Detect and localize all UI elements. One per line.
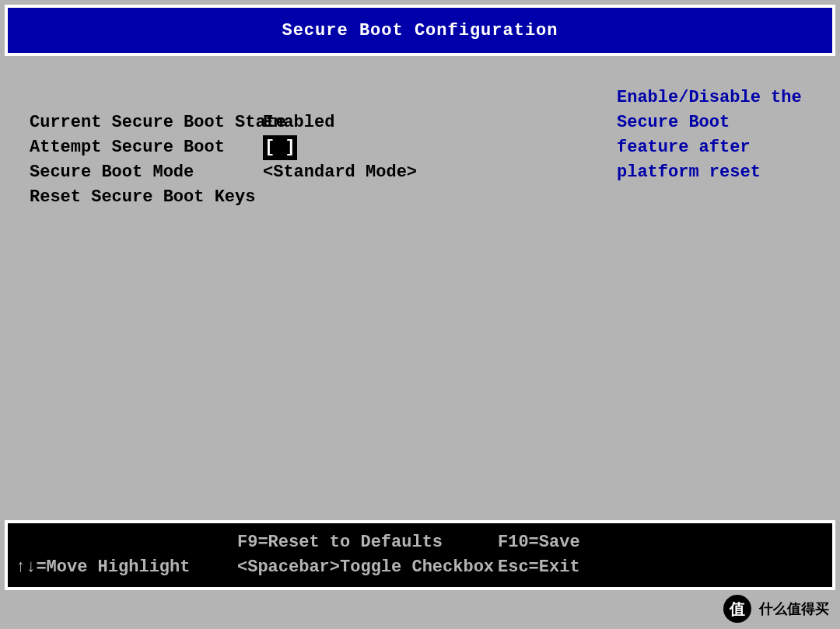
help-text: Enable/Disable the Secure Boot feature a… <box>523 86 810 185</box>
checkbox-attempt-secure-boot[interactable]: [ ] <box>263 135 297 160</box>
footer-hint-move: ↑↓=Move Highlight <box>16 555 237 580</box>
watermark-text: 什么值得买 <box>759 599 829 618</box>
footer-hint-esc: Esc=Exit <box>498 555 824 580</box>
footer-help: F9=Reset to Defaults F10=Save ↑↓=Move Hi… <box>8 523 832 587</box>
page-title: Secure Boot Configuration <box>282 21 558 40</box>
footer-cell-empty <box>16 530 237 555</box>
footer-hint-f10: F10=Save <box>498 530 824 555</box>
footer-panel: F9=Reset to Defaults F10=Save ↑↓=Move Hi… <box>5 520 835 590</box>
watermark: 值 什么值得买 <box>723 595 829 623</box>
config-label-mode[interactable]: Secure Boot Mode <box>30 160 259 185</box>
footer-hint-spacebar: <Spacebar>Toggle Checkbox <box>237 555 498 580</box>
config-label-reset-keys[interactable]: Reset Secure Boot Keys <box>30 185 259 210</box>
config-value-attempt[interactable]: [ ] <box>263 135 520 160</box>
config-value-current-state: Enabled <box>263 110 520 135</box>
config-value-mode[interactable]: <Standard Mode> <box>263 160 520 185</box>
footer-hint-f9: F9=Reset to Defaults <box>237 530 498 555</box>
config-grid: Current Secure Boot State Enabled Enable… <box>30 110 810 210</box>
config-label-attempt[interactable]: Attempt Secure Boot <box>30 135 259 160</box>
config-value-reset-keys <box>263 185 520 210</box>
config-label-current-state: Current Secure Boot State <box>30 110 259 135</box>
watermark-icon: 值 <box>723 595 751 623</box>
content-panel: Current Secure Boot State Enabled Enable… <box>5 78 835 485</box>
header-panel: Secure Boot Configuration <box>5 5 835 56</box>
